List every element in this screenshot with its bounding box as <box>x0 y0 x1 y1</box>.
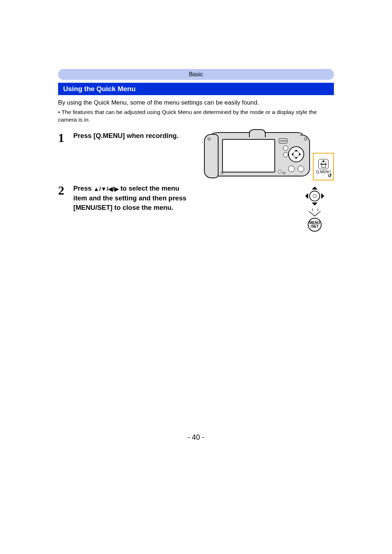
triangle-right-icon <box>321 193 327 199</box>
dpad-figure: MENU /SET <box>299 184 334 232</box>
note-body: The features that can be adjusted using … <box>58 109 317 123</box>
camera-figure: Q.MENU ↺ <box>203 131 334 176</box>
step-number: 2 <box>58 184 73 197</box>
step-2: 2 Press ▲/▼/◀/▶ to select the menu item … <box>58 184 334 232</box>
step-number: 1 <box>58 131 73 144</box>
triangle-up-icon <box>312 184 318 190</box>
qmenu-callout: Q.MENU ↺ <box>313 153 334 180</box>
step-text-pre: Press <box>73 184 94 192</box>
step-1: 1 Press [Q.MENU] when recording. <box>58 131 334 176</box>
arrow-glyphs-icon: ▲/▼/◀/▶ <box>94 186 119 192</box>
camera-button-icon <box>283 152 288 157</box>
trash-icon <box>318 159 328 169</box>
intro-text: By using the Quick Menu, some of the men… <box>58 99 334 107</box>
section-label: Basic <box>189 71 203 78</box>
camera-bottom-buttons-icon <box>288 166 304 172</box>
step-text: Press ▲/▼/◀/▶ to select the menu item an… <box>73 184 189 213</box>
page-number: - 40 - <box>0 433 392 441</box>
camera-speaker-icon <box>279 138 287 143</box>
return-icon: ↺ <box>328 173 332 178</box>
camera-body-icon <box>205 135 310 176</box>
steps-list: 1 Press [Q.MENU] when recording. <box>58 131 334 232</box>
page-title: Using the Quick Menu <box>58 83 334 95</box>
step-body: Press [Q.MENU] when recording. <box>73 131 203 141</box>
content-area: Basic Using the Quick Menu By using the … <box>58 69 334 239</box>
camera-button-icon <box>283 146 288 151</box>
manual-page: Basic Using the Quick Menu By using the … <box>0 0 392 554</box>
triangle-down-icon <box>312 203 318 208</box>
step-text: Press [Q.MENU] when recording. <box>73 131 189 141</box>
camera-led-icon <box>278 170 282 174</box>
section-pill: Basic <box>58 69 334 80</box>
camera-dpad-icon <box>288 146 304 162</box>
triangle-left-icon <box>302 193 308 199</box>
dpad-icon <box>303 184 326 208</box>
arrow-down-icon <box>309 208 321 215</box>
menuset-bottom: /SET <box>311 225 319 228</box>
menuset-button-icon: MENU /SET <box>308 218 322 232</box>
note-text: • The features that can be adjusted usin… <box>58 109 334 124</box>
camera-screen-icon <box>222 139 275 172</box>
step-body: Press ▲/▼/◀/▶ to select the menu item an… <box>73 184 299 213</box>
